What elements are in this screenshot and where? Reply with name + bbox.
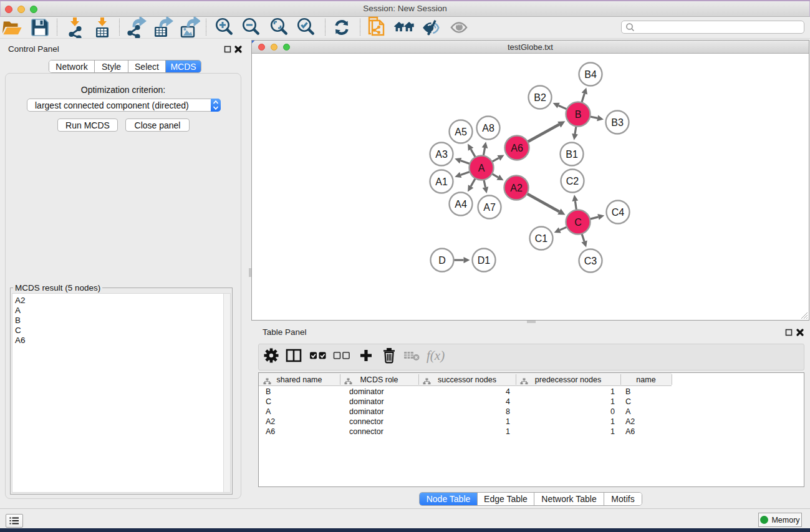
- svg-text:A1: A1: [435, 177, 448, 187]
- svg-text:B: B: [575, 109, 582, 120]
- svg-text:B3: B3: [611, 117, 624, 128]
- svg-text:B1: B1: [566, 149, 578, 160]
- svg-text:C3: C3: [584, 256, 597, 266]
- svg-text:B4: B4: [584, 69, 597, 80]
- svg-text:C1: C1: [535, 233, 548, 244]
- svg-text:A5: A5: [455, 127, 467, 137]
- svg-text:A7: A7: [483, 202, 496, 213]
- svg-text:B2: B2: [534, 92, 546, 103]
- svg-text:A3: A3: [435, 149, 448, 160]
- svg-text:D: D: [438, 255, 446, 266]
- svg-text:D1: D1: [478, 255, 491, 266]
- svg-text:A: A: [478, 163, 485, 173]
- svg-text:A6: A6: [511, 143, 523, 153]
- svg-text:A4: A4: [455, 199, 467, 210]
- svg-text:A2: A2: [510, 183, 523, 193]
- svg-text:A8: A8: [482, 123, 494, 133]
- svg-text:C2: C2: [566, 176, 579, 186]
- svg-text:C4: C4: [612, 207, 625, 218]
- svg-text:C: C: [574, 217, 582, 228]
